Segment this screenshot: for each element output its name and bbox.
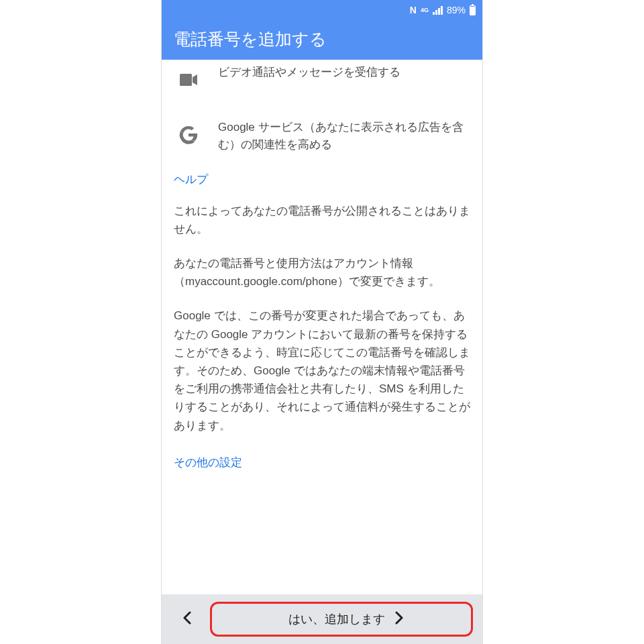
- chevron-left-icon: [182, 611, 192, 627]
- help-link[interactable]: ヘルプ: [174, 158, 208, 194]
- chevron-right-icon: [394, 611, 404, 628]
- back-button[interactable]: [171, 602, 203, 636]
- nfc-icon: N: [410, 5, 417, 15]
- google-g-icon: [174, 120, 203, 150]
- phone-frame: N 4G 89% 電話番号を追加する ビデオ通話やメッセージを受信する: [161, 0, 483, 644]
- feature-google-row: Google サービス（あなたに表示される広告を含む）の関連性を高める: [174, 115, 470, 158]
- signal-icon: [433, 5, 443, 15]
- feature-google-text: Google サービス（あなたに表示される広告を含む）の関連性を高める: [218, 119, 470, 154]
- confirm-add-button[interactable]: はい、追加します: [210, 602, 473, 637]
- page-title: 電話番号を追加する: [174, 30, 327, 48]
- confirm-button-label: はい、追加します: [279, 611, 389, 627]
- body-paragraph-3: Google では、この番号が変更された場合であっても、あなたの Google …: [174, 299, 470, 442]
- battery-percentage: 89%: [447, 5, 466, 15]
- svg-rect-0: [180, 74, 192, 86]
- feature-video-row: ビデオ通話やメッセージを受信する: [174, 60, 470, 99]
- content-scroll[interactable]: ビデオ通話やメッセージを受信する Google サービス（あなたに表示される広告…: [162, 60, 482, 594]
- network-indicator: 4G: [421, 7, 429, 13]
- app-bar: 電話番号を追加する: [162, 20, 482, 60]
- status-bar: N 4G 89%: [162, 0, 482, 20]
- battery-icon: [470, 5, 476, 15]
- body-paragraph-1: これによってあなたの電話番号が公開されることはありません。: [174, 194, 470, 246]
- other-settings-link[interactable]: その他の設定: [174, 443, 242, 486]
- footer-bar: はい、追加します: [162, 594, 482, 644]
- video-camera-icon: [174, 65, 203, 95]
- feature-video-text: ビデオ通話やメッセージを受信する: [218, 64, 400, 81]
- body-paragraph-2: あなたの電話番号と使用方法はアカウント情報（myaccount.google.c…: [174, 246, 470, 299]
